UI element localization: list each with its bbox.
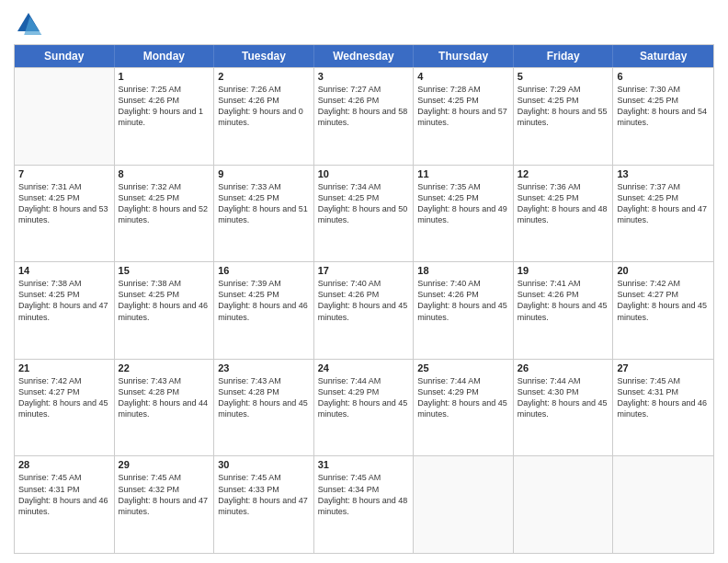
calendar-day-10: 10Sunrise: 7:34 AM Sunset: 4:25 PM Dayli… — [314, 166, 415, 262]
logo — [14, 9, 47, 39]
calendar-body: 1Sunrise: 7:25 AM Sunset: 4:26 PM Daylig… — [15, 67, 713, 553]
day-number: 18 — [417, 265, 509, 276]
day-info: Sunrise: 7:41 AM Sunset: 4:26 PM Dayligh… — [518, 278, 609, 323]
day-number: 19 — [518, 265, 609, 276]
calendar-day-6: 6Sunrise: 7:30 AM Sunset: 4:25 PM Daylig… — [613, 68, 713, 165]
day-info: Sunrise: 7:25 AM Sunset: 4:26 PM Dayligh… — [119, 84, 210, 129]
calendar-day-15: 15Sunrise: 7:38 AM Sunset: 4:25 PM Dayli… — [115, 262, 215, 359]
day-info: Sunrise: 7:31 AM Sunset: 4:25 PM Dayligh… — [18, 181, 110, 226]
day-info: Sunrise: 7:38 AM Sunset: 4:25 PM Dayligh… — [18, 278, 110, 323]
day-info: Sunrise: 7:42 AM Sunset: 4:27 PM Dayligh… — [617, 278, 710, 323]
day-info: Sunrise: 7:43 AM Sunset: 4:28 PM Dayligh… — [218, 375, 310, 420]
day-info: Sunrise: 7:39 AM Sunset: 4:25 PM Dayligh… — [218, 278, 310, 323]
day-number: 9 — [218, 168, 310, 179]
header-day-wednesday: Wednesday — [314, 45, 415, 67]
calendar-day-19: 19Sunrise: 7:41 AM Sunset: 4:26 PM Dayli… — [514, 262, 614, 359]
day-info: Sunrise: 7:45 AM Sunset: 4:32 PM Dayligh… — [119, 472, 210, 517]
calendar-day-4: 4Sunrise: 7:28 AM Sunset: 4:25 PM Daylig… — [414, 68, 514, 165]
calendar-empty-cell — [15, 68, 115, 165]
header-day-saturday: Saturday — [613, 45, 713, 67]
calendar-week-4: 21Sunrise: 7:42 AM Sunset: 4:27 PM Dayli… — [15, 359, 713, 456]
calendar-day-14: 14Sunrise: 7:38 AM Sunset: 4:25 PM Dayli… — [15, 262, 115, 359]
day-number: 13 — [617, 168, 710, 179]
day-info: Sunrise: 7:28 AM Sunset: 4:25 PM Dayligh… — [417, 84, 509, 129]
day-number: 6 — [617, 71, 710, 82]
day-number: 5 — [518, 71, 609, 82]
calendar-empty-cell — [613, 456, 713, 553]
calendar-day-30: 30Sunrise: 7:45 AM Sunset: 4:33 PM Dayli… — [214, 456, 314, 553]
calendar-day-2: 2Sunrise: 7:26 AM Sunset: 4:26 PM Daylig… — [214, 68, 314, 165]
page: SundayMondayTuesdayWednesdayThursdayFrid… — [0, 0, 728, 563]
day-number: 4 — [417, 71, 509, 82]
calendar-day-12: 12Sunrise: 7:36 AM Sunset: 4:25 PM Dayli… — [514, 166, 614, 262]
header — [14, 9, 714, 39]
day-info: Sunrise: 7:30 AM Sunset: 4:25 PM Dayligh… — [617, 84, 710, 129]
day-number: 11 — [417, 168, 509, 179]
day-number: 25 — [417, 362, 509, 373]
day-number: 22 — [119, 362, 210, 373]
day-info: Sunrise: 7:33 AM Sunset: 4:25 PM Dayligh… — [218, 181, 310, 226]
day-number: 24 — [318, 362, 410, 373]
calendar-day-13: 13Sunrise: 7:37 AM Sunset: 4:25 PM Dayli… — [613, 166, 713, 262]
calendar-day-28: 28Sunrise: 7:45 AM Sunset: 4:31 PM Dayli… — [15, 456, 115, 553]
day-info: Sunrise: 7:45 AM Sunset: 4:31 PM Dayligh… — [617, 375, 710, 420]
day-info: Sunrise: 7:45 AM Sunset: 4:33 PM Dayligh… — [218, 472, 310, 517]
calendar-day-1: 1Sunrise: 7:25 AM Sunset: 4:26 PM Daylig… — [115, 68, 215, 165]
header-day-monday: Monday — [115, 45, 215, 67]
header-day-friday: Friday — [514, 45, 614, 67]
day-number: 14 — [18, 265, 110, 276]
calendar: SundayMondayTuesdayWednesdayThursdayFrid… — [14, 44, 714, 554]
calendar-day-3: 3Sunrise: 7:27 AM Sunset: 4:26 PM Daylig… — [314, 68, 415, 165]
calendar-week-3: 14Sunrise: 7:38 AM Sunset: 4:25 PM Dayli… — [15, 261, 713, 359]
day-info: Sunrise: 7:44 AM Sunset: 4:29 PM Dayligh… — [318, 375, 410, 420]
day-number: 23 — [218, 362, 310, 373]
day-number: 16 — [218, 265, 310, 276]
calendar-day-5: 5Sunrise: 7:29 AM Sunset: 4:25 PM Daylig… — [514, 68, 614, 165]
day-info: Sunrise: 7:36 AM Sunset: 4:25 PM Dayligh… — [518, 181, 609, 226]
day-number: 28 — [18, 459, 110, 470]
day-number: 8 — [119, 168, 210, 179]
day-number: 2 — [218, 71, 310, 82]
day-number: 20 — [617, 265, 710, 276]
day-info: Sunrise: 7:42 AM Sunset: 4:27 PM Dayligh… — [18, 375, 110, 420]
day-info: Sunrise: 7:32 AM Sunset: 4:25 PM Dayligh… — [119, 181, 210, 226]
calendar-day-7: 7Sunrise: 7:31 AM Sunset: 4:25 PM Daylig… — [15, 166, 115, 262]
calendar-week-5: 28Sunrise: 7:45 AM Sunset: 4:31 PM Dayli… — [15, 455, 713, 553]
day-number: 21 — [18, 362, 110, 373]
day-number: 29 — [119, 459, 210, 470]
day-info: Sunrise: 7:44 AM Sunset: 4:29 PM Dayligh… — [417, 375, 509, 420]
day-number: 26 — [518, 362, 609, 373]
calendar-day-31: 31Sunrise: 7:45 AM Sunset: 4:34 PM Dayli… — [314, 456, 415, 553]
day-info: Sunrise: 7:29 AM Sunset: 4:25 PM Dayligh… — [518, 84, 609, 129]
day-info: Sunrise: 7:43 AM Sunset: 4:28 PM Dayligh… — [119, 375, 210, 420]
day-info: Sunrise: 7:27 AM Sunset: 4:26 PM Dayligh… — [318, 84, 410, 129]
day-number: 15 — [119, 265, 210, 276]
day-info: Sunrise: 7:45 AM Sunset: 4:34 PM Dayligh… — [318, 472, 410, 517]
calendar-day-29: 29Sunrise: 7:45 AM Sunset: 4:32 PM Dayli… — [115, 456, 215, 553]
day-number: 17 — [318, 265, 410, 276]
day-number: 31 — [318, 459, 410, 470]
header-day-tuesday: Tuesday — [214, 45, 314, 67]
day-info: Sunrise: 7:38 AM Sunset: 4:25 PM Dayligh… — [119, 278, 210, 323]
calendar-day-26: 26Sunrise: 7:44 AM Sunset: 4:30 PM Dayli… — [514, 360, 614, 456]
calendar-day-23: 23Sunrise: 7:43 AM Sunset: 4:28 PM Dayli… — [214, 360, 314, 456]
day-info: Sunrise: 7:40 AM Sunset: 4:26 PM Dayligh… — [318, 278, 410, 323]
day-number: 7 — [18, 168, 110, 179]
day-info: Sunrise: 7:44 AM Sunset: 4:30 PM Dayligh… — [518, 375, 609, 420]
calendar-day-18: 18Sunrise: 7:40 AM Sunset: 4:26 PM Dayli… — [414, 262, 514, 359]
calendar-header: SundayMondayTuesdayWednesdayThursdayFrid… — [15, 45, 713, 67]
day-number: 3 — [318, 71, 410, 82]
day-number: 12 — [518, 168, 609, 179]
day-info: Sunrise: 7:40 AM Sunset: 4:26 PM Dayligh… — [417, 278, 509, 323]
calendar-day-25: 25Sunrise: 7:44 AM Sunset: 4:29 PM Dayli… — [414, 360, 514, 456]
day-info: Sunrise: 7:35 AM Sunset: 4:25 PM Dayligh… — [417, 181, 509, 226]
calendar-empty-cell — [414, 456, 514, 553]
header-day-thursday: Thursday — [414, 45, 514, 67]
logo-icon — [14, 9, 43, 39]
day-number: 1 — [119, 71, 210, 82]
day-info: Sunrise: 7:45 AM Sunset: 4:31 PM Dayligh… — [18, 472, 110, 517]
day-number: 10 — [318, 168, 410, 179]
calendar-day-16: 16Sunrise: 7:39 AM Sunset: 4:25 PM Dayli… — [214, 262, 314, 359]
calendar-day-17: 17Sunrise: 7:40 AM Sunset: 4:26 PM Dayli… — [314, 262, 415, 359]
header-day-sunday: Sunday — [15, 45, 115, 67]
